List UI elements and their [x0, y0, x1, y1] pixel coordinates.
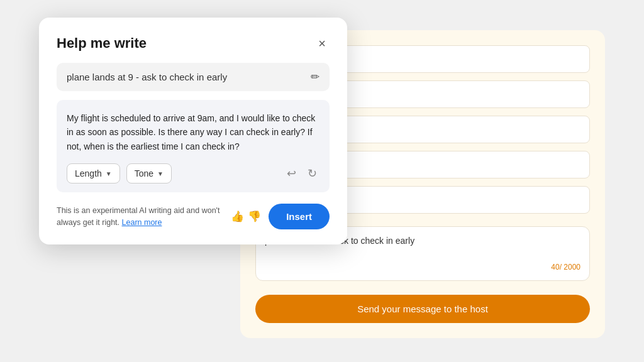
close-button[interactable]: ×	[314, 36, 330, 51]
redo-icon: ↻	[308, 167, 317, 180]
undo-icon: ↩	[287, 167, 296, 180]
send-button[interactable]: Send your message to the host	[255, 295, 590, 323]
generated-area: My flight is scheduled to arrive at 9am,…	[57, 100, 330, 192]
help-me-write-dialog: Help me write × plane lands at 9 - ask t…	[39, 18, 347, 244]
dialog-title: Help me write	[57, 35, 147, 52]
length-dropdown[interactable]: Length ▼	[67, 163, 120, 184]
learn-more-link[interactable]: Learn more	[122, 218, 162, 227]
redo-button[interactable]: ↻	[305, 164, 319, 183]
thumbs-down-icon[interactable]: 👎	[248, 210, 261, 223]
tone-label: Tone	[135, 168, 153, 178]
thumbs-up-icon[interactable]: 👍	[231, 210, 244, 223]
footer-text-area: This is an experimental AI writing aid a…	[57, 205, 223, 229]
input-text: plane lands at 9 - ask to check in early	[67, 72, 306, 82]
feedback-icons: 👍 👎	[231, 210, 261, 223]
insert-button[interactable]: Insert	[269, 204, 330, 229]
generated-text: My flight is scheduled to arrive at 9am,…	[67, 111, 319, 153]
input-row: plane lands at 9 - ask to check in early…	[57, 63, 330, 91]
edit-icon[interactable]: ✏	[311, 70, 319, 84]
length-arrow-icon: ▼	[106, 170, 112, 177]
undo-button[interactable]: ↩	[284, 164, 299, 183]
length-label: Length	[75, 168, 102, 178]
dialog-header: Help me write ×	[57, 35, 330, 52]
char-count: 40/ 2000	[265, 263, 580, 272]
tone-arrow-icon: ▼	[157, 170, 164, 177]
controls-row: Length ▼ Tone ▼ ↩ ↻	[67, 163, 319, 184]
dialog-footer: This is an experimental AI writing aid a…	[57, 204, 330, 229]
tone-dropdown[interactable]: Tone ▼	[126, 163, 172, 184]
